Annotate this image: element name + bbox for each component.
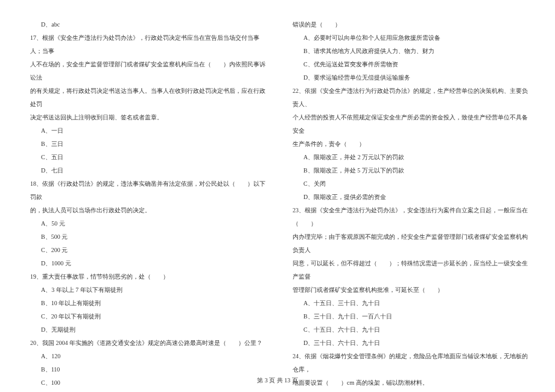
text-line: C、关闭: [287, 177, 531, 191]
text-line: B、三十日、九十日、一百八十日: [287, 310, 531, 323]
text-line: 错误的是（ ）: [287, 18, 531, 31]
text-line: 23、根据《安全生产违法行为处罚办法》，安全违法行为案件自立案之日起，一般应当在…: [287, 204, 531, 230]
text-line: C、五日: [24, 151, 268, 164]
text-line: 17、根据《安全生产违法行为处罚办法》，行政处罚决定书应当在宣告后当场交付当事人…: [24, 31, 268, 58]
text-line: 19、重大责任事故罪，情节特别恶劣的，处（ ）: [24, 270, 268, 283]
text-line: D、七日: [24, 164, 268, 177]
text-line: A、必要时可以向单位和个人征用应急救援所需设备: [287, 31, 531, 45]
text-line: B、110: [24, 363, 268, 376]
text-line: D、abc: [24, 18, 268, 31]
text-line: 20、我国 2004 年实施的《道路交通安全法》规定的高速公路最高时速是（ ）公…: [24, 337, 268, 350]
text-line: A、10: [287, 390, 531, 392]
text-line: 22、依据《安全生产违法行为行政处罚办法》的规定，生产经营单位的决策机构、主要负…: [287, 84, 531, 111]
text-line: 生产条件的，责令（ ）: [287, 138, 531, 151]
text-line: C、20 年以下有期徒刑: [24, 310, 268, 323]
text-line: D、要求运输经营单位无偿提供运输服务: [287, 71, 531, 84]
text-line: A、3 年以上 7 年以下有期徒刑: [24, 283, 268, 297]
text-line: 个人经营的投资人不依照规定保证安全生产所必需的资金投入，致使生产经营单位不具备安…: [287, 111, 531, 138]
text-line: A、一日: [24, 124, 268, 138]
text-line: 决定书送达回执上注明收到日期、签名或者盖章。: [24, 111, 268, 124]
page-footer: 第 3 页 共 13 页: [0, 376, 555, 385]
text-line: A、十五日、三十日、九十日: [287, 297, 531, 310]
text-line: D、1000 元: [24, 257, 268, 270]
text-line: 的有关规定，将行政处罚决定书送达当事人。当事人在收到行政处罚决定书后，应在行政处…: [24, 84, 268, 111]
right-column: 错误的是（ ）A、必要时可以向单位和个人征用应急救援所需设备B、请求其他地方人民…: [287, 18, 531, 392]
text-line: B、500 元: [24, 230, 268, 244]
text-line: 同意，可以延长，但不得超过（ ）；特殊情况需进一步延长的，应当经上一级安全生产监…: [287, 257, 531, 283]
text-line: D、三十日、六十日、九十日: [287, 337, 531, 350]
text-line: D、无期徒刑: [24, 323, 268, 337]
text-line: 管理部门或者煤矿安全监察机构批准，可延长至（ ）: [287, 283, 531, 297]
text-line: 人不在场的，安全生产监督管理部门或者煤矿安全监察机构应当在（ ）内依照民事诉讼法: [24, 58, 268, 84]
text-line: A、50 元: [24, 217, 268, 230]
text-line: C、200 元: [24, 244, 268, 257]
text-line: C、十五日、六十日、九十日: [287, 323, 531, 337]
left-column: D、abc17、根据《安全生产违法行为处罚办法》，行政处罚决定书应当在宣告后当场…: [24, 18, 268, 392]
text-line: B、请求其他地方人民政府提供人力、物力、财力: [287, 45, 531, 58]
text-line: C、优先运送处置突发事件所需物资: [287, 58, 531, 71]
text-line: 的，执法人员可以当场作出行政处罚的决定。: [24, 204, 268, 217]
text-line: B、三日: [24, 138, 268, 151]
text-line: B、10 年以上有期徒刑: [24, 297, 268, 310]
text-line: A、限期改正，并处 2 万元以下的罚款: [287, 151, 531, 164]
page-body: D、abc17、根据《安全生产违法行为处罚办法》，行政处罚决定书应当在宣告后当场…: [0, 0, 555, 392]
text-line: 18、依据《行政处罚法》的规定，违法事实确凿并有法定依据，对公民处以（ ）以下罚…: [24, 177, 268, 204]
text-line: B、限期改正，并处 5 万元以下的罚款: [287, 164, 531, 177]
text-line: 24、依据《烟花爆竹安全管理条例》的规定，危险品仓库地面应当铺设木地板，无地板的…: [287, 350, 531, 376]
text-line: D、140: [24, 390, 268, 392]
text-line: D、限期改正，提供必需的资金: [287, 191, 531, 204]
text-line: A、120: [24, 350, 268, 363]
text-line: 内办理完毕；由于客观原因不能完成的，经安全生产监督管理部门或者煤矿安全监察机构负…: [287, 230, 531, 257]
